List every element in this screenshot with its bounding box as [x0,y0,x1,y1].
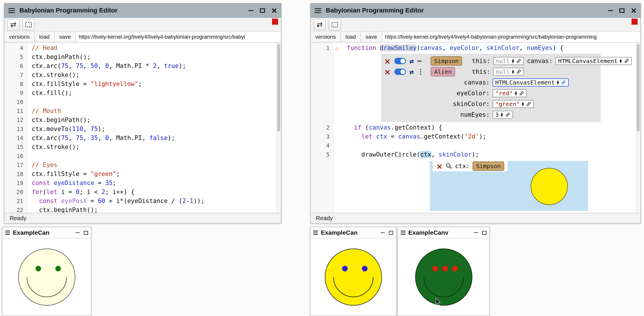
minimize-button[interactable] [474,232,478,233]
code-line[interactable]: 14ctx.arc(75, 75, 35, 0, Math.PI, false)… [4,134,281,143]
minimize-button[interactable] [248,10,253,11]
param-value-box[interactable]: "green" ▲▼ [493,100,534,108]
stepper-icon[interactable]: ▲▼ [512,69,514,74]
example-badge[interactable]: Alien [431,67,455,76]
code-line[interactable]: 8ctx.fillStyle = "lightyellow"; [4,80,281,89]
link-icon[interactable] [526,101,531,107]
delete-example-icon[interactable]: × [384,68,391,76]
menu-dots-icon[interactable]: ⋮ [417,68,424,75]
code-line[interactable]: 5 drawOuterCircle(ctx, skinColor); [311,150,641,159]
menu-icon[interactable] [401,230,405,236]
menu-icon[interactable] [315,7,321,14]
load-button[interactable]: load [341,32,361,42]
code-line[interactable]: 22 ctx.beginPath(); [4,206,281,213]
stepper-icon[interactable]: ▲▼ [515,91,517,96]
versions-button[interactable]: versions [4,32,35,42]
titlebar[interactable]: Babylonian Programming Editor × [4,3,281,18]
swap-button[interactable]: ⇄ [7,19,19,30]
link-icon[interactable] [516,58,521,64]
titlebar[interactable]: ExampleCanv [398,227,489,238]
scrollbar-thumb[interactable] [277,44,280,131]
line-number: 15 [4,143,27,152]
param-value-box[interactable]: HTMLCanvasElement ▲▼ [555,57,632,65]
example-badge[interactable]: Simpson [431,56,462,66]
probe-example-badge[interactable]: Simpson [473,161,504,171]
code-line[interactable]: 21 const eyePosX = 60 + i*(eyeDistance /… [4,197,281,206]
code-line[interactable]: 2 if (canvas.getContext) { [311,123,641,132]
stepper-icon[interactable]: ▲▼ [501,112,503,117]
versions-button[interactable]: versions [311,32,341,42]
code-line[interactable]: 17// Eyes [4,161,281,170]
link-icon[interactable] [505,112,510,117]
code-line[interactable]: 9ctx.fill(); [4,89,281,98]
save-button[interactable]: save [55,32,76,42]
code-line[interactable]: 10 [4,98,281,107]
frame-button[interactable] [329,19,341,30]
minimize-button[interactable] [381,232,385,233]
code-editor[interactable]: 1⚠function drawSmiley(canvas, eyeColor, … [311,42,641,213]
menu-icon[interactable] [313,230,318,236]
code-line[interactable]: 7ctx.stroke(); [4,71,281,80]
code-line[interactable]: 12ctx.beginPath(); [4,116,281,125]
url-field[interactable]: https://lively-kernel.org/lively4/lively… [76,32,281,42]
swap-icon[interactable]: ⇄ [409,58,414,65]
code-line[interactable]: 6ctx.arc(75, 75, 50, 0, Math.PI * 2, tru… [4,62,281,71]
scrollbar-thumb[interactable] [637,44,640,131]
menu-icon[interactable] [8,7,15,14]
save-button[interactable]: save [361,32,382,42]
code-line[interactable]: 15ctx.stroke(); [4,143,281,152]
param-value-box[interactable]: HTMLCanvasElement ▲▼ [493,78,569,87]
url-field[interactable]: https://lively-kernel.org/lively4/lively… [382,32,641,42]
titlebar[interactable]: ExampleCan [310,227,396,238]
titlebar[interactable]: ExampleCan [2,227,91,238]
frame-button[interactable] [22,19,35,30]
link-icon[interactable] [516,69,521,74]
code-line[interactable]: 5ctx.beginPath(); [4,53,281,62]
scrollbar[interactable] [276,42,281,213]
scrollbar[interactable] [636,42,641,213]
code-editor[interactable]: 4// Head5ctx.beginPath();6ctx.arc(75, 75… [4,42,281,213]
magnifier-icon[interactable] [446,163,452,169]
stepper-icon[interactable]: ▲▼ [512,59,514,63]
close-button[interactable]: × [271,6,277,15]
example-toggle[interactable] [394,69,406,75]
code-line[interactable]: 1⚠function drawSmiley(canvas, eyeColor, … [311,44,641,53]
menu-icon[interactable] [5,230,10,236]
code-line[interactable]: 11// Mouth [4,107,281,116]
swap-icon[interactable]: ⇄ [409,68,414,76]
delete-probe-icon[interactable]: × [436,162,443,170]
minimize-button[interactable] [608,10,613,11]
link-icon[interactable] [624,58,629,64]
maximize-button[interactable] [389,231,393,235]
maximize-button[interactable] [260,8,265,13]
delete-example-icon[interactable]: × [384,57,391,65]
stepper-icon[interactable]: ▲▼ [620,59,622,63]
code-line[interactable]: 16 [4,152,281,161]
titlebar[interactable]: Babylonian Programming Editor × [311,3,641,18]
stepper-icon[interactable]: ▲▼ [557,80,559,85]
code-line[interactable]: 4// Head [4,44,281,53]
maximize-button[interactable] [482,231,486,235]
param-value-box[interactable]: null ▲▼ [493,57,524,65]
maximize-button[interactable] [619,8,625,13]
param-value-box[interactable]: null ▲▼ [493,68,524,76]
code-line[interactable]: 18ctx.fillStyle = "green"; [4,170,281,179]
minimize-button[interactable] [76,232,80,233]
link-icon[interactable] [561,80,566,85]
param-value-box[interactable]: "red" ▲▼ [493,89,527,97]
param-value: 3 [495,111,499,118]
example-toggle[interactable] [394,58,406,64]
load-button[interactable]: load [35,32,55,42]
stepper-icon[interactable]: ▲▼ [522,102,524,106]
menu-dots-icon[interactable]: ⋯ [417,58,421,64]
close-button[interactable]: × [631,6,636,15]
code-line[interactable]: 20for(let i = 0; i < 2; i++) { [4,188,281,197]
swap-button[interactable]: ⇄ [314,19,326,30]
code-line[interactable]: 3 let ctx = canvas.getContext('2d'); [311,132,641,141]
param-value-box[interactable]: 3 ▲▼ [493,111,513,119]
maximize-button[interactable] [84,231,88,235]
code-line[interactable]: 4 [311,141,641,150]
code-line[interactable]: 13ctx.moveTo(110, 75); [4,125,281,134]
code-line[interactable]: 19const eyeDistance = 35; [4,179,281,188]
link-icon[interactable] [519,91,524,96]
